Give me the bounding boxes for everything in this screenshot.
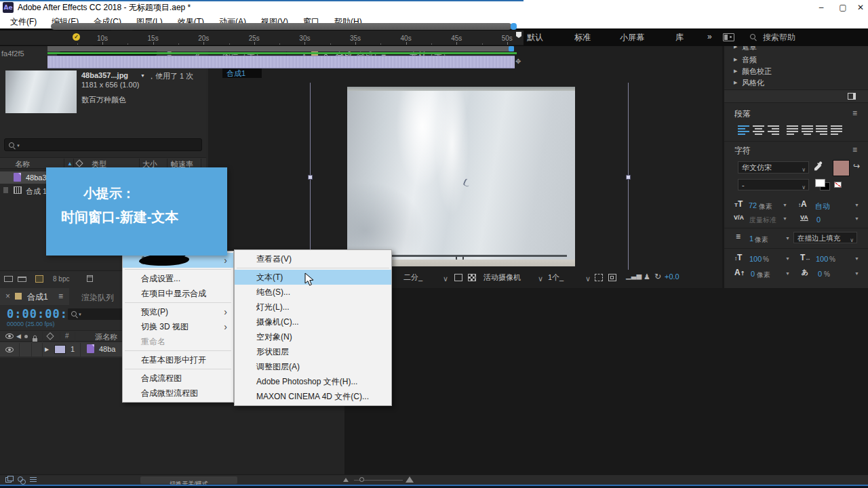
paragraph-menu-icon[interactable]: ≡: [852, 108, 857, 118]
work-area-bar[interactable]: [47, 46, 514, 52]
minimize-button[interactable]: –: [814, 0, 829, 15]
pixel-aspect-icon[interactable]: [595, 274, 603, 281]
no-color-swatch[interactable]: [834, 182, 842, 188]
paragraph-align-button-5[interactable]: [816, 125, 827, 135]
character-menu-icon[interactable]: ≡: [852, 145, 857, 155]
effect-category[interactable]: ▶风格化: [724, 77, 868, 88]
horizontal-scale-value[interactable]: 100: [816, 255, 828, 263]
toggle-switches-button[interactable]: 切换开关/模式: [140, 476, 237, 484]
paragraph-align-button-2[interactable]: [768, 125, 779, 135]
source-name-column[interactable]: 源名称: [95, 332, 117, 342]
timeline-jump-icon[interactable]: [608, 274, 616, 281]
filename-dropdown-icon[interactable]: ▼: [140, 73, 145, 78]
menu-item-合成设置...[interactable]: 合成设置...: [123, 271, 233, 286]
paragraph-align-button-1[interactable]: [753, 125, 764, 135]
menu-item-合成流程图[interactable]: 合成流程图: [123, 371, 233, 386]
layer-color-swatch[interactable]: [54, 345, 66, 354]
frame-blend-icon[interactable]: [5, 477, 12, 483]
dropdown-icon[interactable]: ▼: [854, 256, 859, 261]
restore-button[interactable]: ▢: [835, 0, 850, 15]
tracking-value[interactable]: 0: [816, 216, 821, 224]
camera-dropdown[interactable]: 活动摄像机: [484, 272, 521, 283]
reset-exposure-icon[interactable]: ↻: [654, 272, 661, 281]
stroke-width-value[interactable]: 1: [749, 235, 753, 243]
swap-colors-icon[interactable]: ↩: [853, 161, 860, 171]
audio-column-icon[interactable]: ◀: [16, 333, 21, 340]
timeline-active-tab[interactable]: × 合成1 ≡: [0, 288, 69, 305]
menu-item-在基本图形中打开[interactable]: 在基本图形中打开: [123, 352, 233, 367]
panel-corner-icon[interactable]: [848, 93, 856, 100]
tab-close-icon[interactable]: ×: [5, 291, 10, 301]
render-queue-tab[interactable]: 渲染队列: [81, 292, 114, 304]
navigator-end-handle[interactable]: [511, 23, 517, 30]
tab-menu-icon[interactable]: ≡: [58, 291, 63, 301]
menu-item-Adobe Photoshop 文件(H)...[interactable]: Adobe Photoshop 文件(H)...: [235, 374, 391, 389]
dropdown-icon[interactable]: ▼: [785, 256, 790, 261]
column-name[interactable]: 名称: [15, 159, 30, 169]
motion-blur-icon[interactable]: [18, 476, 23, 482]
layer-duration-bar[interactable]: [47, 56, 515, 68]
font-size-value[interactable]: 72: [749, 201, 757, 209]
effect-category[interactable]: ▶遮罩: [724, 46, 868, 52]
menu-item-查看器(V)[interactable]: 查看器(V): [235, 251, 391, 266]
menu-item-在项目中显示合成[interactable]: 在项目中显示合成: [123, 286, 233, 301]
layer-right-handle[interactable]: [626, 175, 631, 180]
kerning-value[interactable]: 度量标准: [749, 216, 776, 225]
font-family-dropdown[interactable]: 华文仿宋 ∨: [738, 161, 809, 174]
tsume-value[interactable]: 0: [818, 270, 822, 278]
paragraph-align-button-4[interactable]: [802, 125, 813, 135]
bit-depth-button[interactable]: 8 bpc: [53, 275, 69, 283]
time-navigator-bar[interactable]: [51, 23, 512, 30]
dropdown-icon[interactable]: ▼: [854, 216, 859, 221]
dropdown-icon[interactable]: ▼: [854, 271, 859, 276]
font-style-dropdown[interactable]: - ∨: [738, 179, 809, 190]
menu-item-切换 3D 视图[interactable]: 切换 3D 视图›: [123, 319, 233, 334]
workspace-tab-小屏幕[interactable]: 小屏幕: [620, 32, 644, 43]
footage-filename[interactable]: 48ba357...jpg: [81, 71, 128, 79]
effect-category[interactable]: ▶音频: [724, 54, 868, 65]
effect-category[interactable]: ▶颜色校正: [724, 66, 868, 77]
menu-item-空对象(N)[interactable]: 空对象(N): [235, 329, 391, 344]
paragraph-align-button-0[interactable]: [738, 125, 749, 135]
help-search-input[interactable]: 搜索帮助: [763, 32, 795, 43]
dropdown-icon[interactable]: ▼: [783, 216, 787, 221]
workspace-overflow-icon[interactable]: »: [707, 32, 712, 41]
interpret-footage-icon[interactable]: [4, 276, 13, 282]
eye-column-icon[interactable]: [5, 333, 14, 339]
project-tab-label[interactable]: fa4f2f5: [1, 49, 24, 58]
workspace-tab-库[interactable]: 库: [675, 32, 684, 43]
label-column-icon[interactable]: [75, 159, 83, 167]
menu-item-形状图层[interactable]: 形状图层: [235, 344, 391, 359]
menu-item-摄像机(C)...[interactable]: 摄像机(C)...: [235, 314, 391, 329]
menubar-item-0[interactable]: 文件(F): [3, 15, 44, 28]
menu-item-MAXON CINEMA 4D 文件(C)...[interactable]: MAXON CINEMA 4D 文件(C)...: [235, 389, 391, 404]
zoom-slider-knob[interactable]: [359, 477, 364, 482]
workspace-switcher-icon[interactable]: [723, 33, 734, 41]
work-area-end-handle[interactable]: [509, 46, 514, 52]
histogram-icon[interactable]: ▁▃▅: [626, 272, 642, 279]
layer-left-handle[interactable]: [308, 175, 313, 180]
flowchart-icon[interactable]: ♟: [644, 272, 650, 281]
zoom-in-icon[interactable]: [406, 476, 414, 483]
sort-ascending-icon[interactable]: ▲: [67, 161, 73, 167]
menu-item-重命名[interactable]: 重命名: [123, 334, 233, 349]
workspace-tab-默认[interactable]: 默认: [527, 32, 543, 43]
dropdown-icon[interactable]: ▼: [785, 271, 790, 276]
view-layout-dropdown[interactable]: 1个_: [548, 272, 564, 283]
close-button[interactable]: ✕: [853, 0, 868, 15]
region-of-interest-icon[interactable]: [454, 274, 462, 281]
timeline-search-input[interactable]: ▼: [68, 308, 123, 320]
resolution-dropdown[interactable]: 二分_: [403, 272, 422, 283]
dropdown-icon[interactable]: ▼: [854, 203, 859, 207]
layer-eye-icon[interactable]: [5, 347, 14, 352]
project-search-input[interactable]: ▼: [4, 138, 202, 151]
menu-item-调整图层(A)[interactable]: 调整图层(A): [235, 359, 391, 374]
paragraph-align-button-3[interactable]: [787, 125, 798, 135]
exposure-value[interactable]: +0.0: [665, 272, 679, 281]
eyedropper-icon[interactable]: [814, 161, 823, 174]
dropdown-icon[interactable]: ▼: [785, 236, 790, 241]
transparency-grid-icon[interactable]: [468, 274, 476, 281]
dropdown-icon[interactable]: ▼: [783, 203, 787, 207]
fill-front-swatch[interactable]: [815, 179, 825, 187]
paragraph-align-button-6[interactable]: [831, 125, 842, 135]
